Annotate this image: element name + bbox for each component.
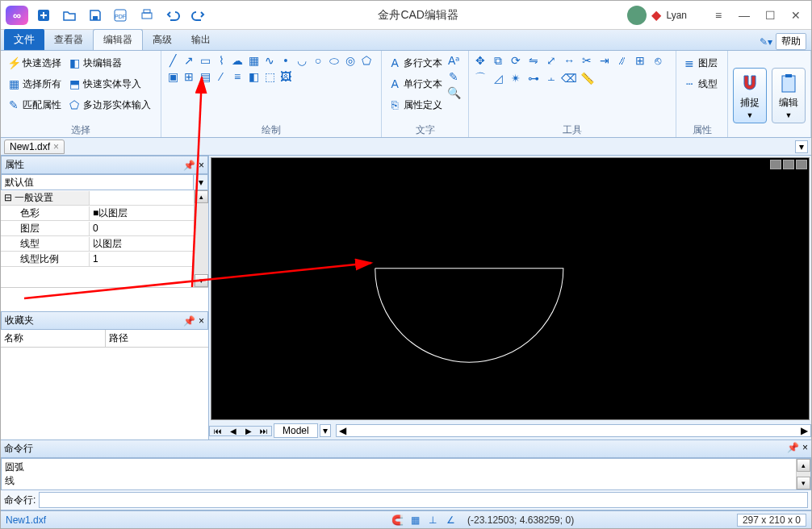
h-scrollbar[interactable]: ◀▶ bbox=[336, 424, 811, 437]
prop-val[interactable]: 1 bbox=[90, 253, 194, 264]
model-tab-nav[interactable]: ⏮◀▶⏭ bbox=[209, 426, 272, 436]
polyline-icon[interactable]: ⌇ bbox=[215, 54, 228, 67]
osnap-icon[interactable]: 🧲 bbox=[390, 513, 404, 527]
polar-icon[interactable]: ∠ bbox=[443, 513, 458, 527]
scroll-down[interactable]: ▾ bbox=[797, 477, 810, 489]
tab-advanced[interactable]: 高级 bbox=[143, 30, 182, 50]
table-row[interactable]: 色彩■以图层 bbox=[1, 206, 194, 221]
trim-icon[interactable]: ✂ bbox=[580, 54, 593, 67]
spline-icon[interactable]: ∿ bbox=[263, 54, 276, 67]
qat-open[interactable] bbox=[59, 5, 80, 26]
xline-icon[interactable]: ∕ bbox=[215, 70, 228, 83]
chevron-down-icon[interactable]: ▾ bbox=[193, 175, 207, 190]
polygon2-icon[interactable]: ⬠ bbox=[360, 54, 373, 67]
edit-button[interactable]: 编辑 ▼ bbox=[772, 68, 806, 123]
help-button[interactable]: 帮助 bbox=[776, 33, 806, 50]
linetype[interactable]: ┄线型 bbox=[681, 75, 719, 93]
select-all[interactable]: ▦选择所有 bbox=[6, 75, 63, 93]
mirror-icon[interactable]: ⇋ bbox=[527, 54, 540, 67]
stretch-icon[interactable]: ↔ bbox=[563, 54, 576, 67]
scroll-down[interactable]: ▾ bbox=[195, 274, 208, 287]
text-edit-icon[interactable]: ✎ bbox=[447, 70, 460, 83]
pin-icon[interactable]: 📌 bbox=[183, 315, 195, 327]
quick-entity-import[interactable]: ⬒快速实体导入 bbox=[66, 75, 153, 93]
ortho-icon[interactable]: ⊥ bbox=[425, 513, 440, 527]
chevron-down-icon[interactable]: ▾ bbox=[320, 424, 331, 437]
point-icon[interactable]: • bbox=[279, 54, 292, 67]
close-button[interactable]: ✕ bbox=[785, 5, 806, 26]
copy-icon[interactable]: ⧉ bbox=[492, 54, 504, 67]
fav-col-path[interactable]: 路径 bbox=[106, 330, 132, 347]
table-icon[interactable]: ▤ bbox=[199, 70, 211, 83]
polygon-entity-input[interactable]: ⬠多边形实体输入 bbox=[66, 96, 153, 114]
table-row[interactable]: 线型比例1 bbox=[1, 252, 194, 267]
chamfer-icon[interactable]: ◿ bbox=[492, 72, 504, 85]
mline-icon[interactable]: ≡ bbox=[231, 70, 244, 83]
close-icon[interactable]: × bbox=[802, 442, 808, 456]
insert-icon[interactable]: ⊞ bbox=[182, 70, 195, 83]
view-max-icon[interactable] bbox=[783, 160, 794, 169]
rect-icon[interactable]: ▭ bbox=[199, 54, 211, 67]
grid-icon[interactable]: ▦ bbox=[408, 513, 422, 527]
circle-icon[interactable]: ○ bbox=[312, 54, 324, 67]
fillet-icon[interactable]: ⌒ bbox=[474, 72, 487, 85]
offset-icon[interactable]: ⫽ bbox=[616, 54, 629, 67]
qat-redo[interactable] bbox=[188, 5, 209, 26]
quick-select[interactable]: ⚡快速选择 bbox=[6, 54, 63, 72]
tab-editor[interactable]: 编辑器 bbox=[93, 29, 143, 50]
qat-save[interactable] bbox=[85, 5, 106, 26]
avatar[interactable] bbox=[627, 6, 647, 25]
match-props[interactable]: ✎匹配属性 bbox=[6, 96, 63, 114]
prop-val[interactable]: ■以图层 bbox=[90, 206, 194, 220]
extend-icon[interactable]: ⇥ bbox=[598, 54, 611, 67]
text-style-icon[interactable]: Aᵃ bbox=[447, 54, 460, 67]
properties-combo[interactable]: ▾ bbox=[1, 174, 208, 190]
file-tab[interactable]: 文件 bbox=[4, 29, 44, 50]
pen-dropdown-icon[interactable]: ✎▾ bbox=[760, 36, 772, 48]
array-icon[interactable]: ⊞ bbox=[634, 54, 647, 67]
snap-button[interactable]: 捕捉 ▼ bbox=[733, 68, 767, 123]
prop-val[interactable]: 0 bbox=[90, 223, 194, 234]
break-icon[interactable]: ⎋ bbox=[651, 54, 664, 67]
maximize-button[interactable]: ☐ bbox=[760, 5, 781, 26]
user-name[interactable]: Lyan bbox=[666, 10, 687, 21]
tab-viewer[interactable]: 查看器 bbox=[44, 30, 93, 50]
qat-undo[interactable] bbox=[162, 5, 183, 26]
close-icon[interactable]: × bbox=[53, 141, 59, 152]
properties-combo-input[interactable] bbox=[2, 175, 193, 190]
view-close-icon[interactable] bbox=[796, 160, 807, 169]
drawing-canvas[interactable] bbox=[211, 157, 810, 420]
doc-tabs-dropdown[interactable]: ▾ bbox=[795, 140, 808, 153]
image-icon[interactable]: 🖼 bbox=[279, 70, 292, 83]
minimize-button[interactable]: — bbox=[734, 5, 755, 26]
close-icon[interactable]: × bbox=[199, 315, 204, 327]
close-icon[interactable]: × bbox=[199, 160, 204, 171]
ray-icon[interactable]: ↗ bbox=[182, 54, 195, 67]
align-icon[interactable]: ⫠ bbox=[545, 72, 558, 85]
rotate-icon[interactable]: ⟳ bbox=[509, 54, 522, 67]
mtext[interactable]: A多行文本 bbox=[387, 54, 444, 72]
pin-icon[interactable]: 📌 bbox=[183, 160, 195, 171]
move-icon[interactable]: ✥ bbox=[474, 54, 487, 67]
erase-icon[interactable]: ⌫ bbox=[563, 72, 576, 85]
qat-pdf[interactable]: PDF bbox=[111, 5, 132, 26]
donut-icon[interactable]: ◎ bbox=[344, 54, 357, 67]
hatch-icon[interactable]: ▦ bbox=[247, 54, 260, 67]
line-icon[interactable]: ╱ bbox=[166, 54, 179, 67]
fav-col-name[interactable]: 名称 bbox=[1, 330, 106, 347]
table-row[interactable]: 图层0 bbox=[1, 221, 194, 236]
explode-icon[interactable]: ✴ bbox=[509, 72, 522, 85]
scroll-up[interactable]: ▴ bbox=[195, 190, 208, 203]
join-icon[interactable]: ⊶ bbox=[527, 72, 540, 85]
qat-print[interactable] bbox=[136, 5, 157, 26]
block-editor[interactable]: ◧块编辑器 bbox=[66, 54, 153, 72]
view-min-icon[interactable] bbox=[770, 160, 781, 169]
menu-button[interactable]: ≡ bbox=[708, 5, 729, 26]
attrdef[interactable]: ⎘属性定义 bbox=[387, 96, 444, 114]
doc-tab[interactable]: New1.dxf × bbox=[4, 140, 65, 154]
ellipse-icon[interactable]: ⬭ bbox=[328, 54, 341, 67]
pin-icon[interactable]: 📌 bbox=[787, 442, 799, 456]
properties-section[interactable]: ⊟ 一般设置 bbox=[1, 190, 194, 206]
command-input[interactable] bbox=[39, 492, 808, 508]
region-icon[interactable]: ◧ bbox=[247, 70, 260, 83]
